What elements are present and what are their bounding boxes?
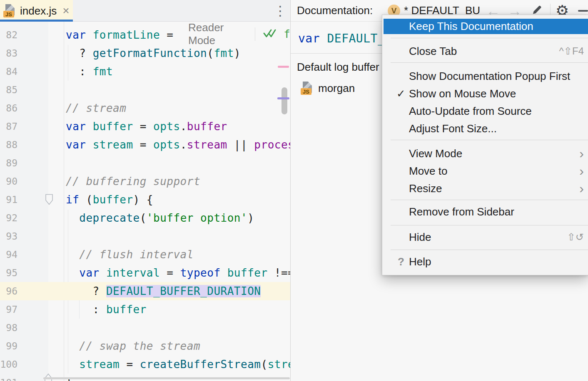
line-number: 96 <box>0 286 17 297</box>
shortcut-label: ^⇧F4 <box>559 45 584 57</box>
code-editor[interactable]: 82var formatLine =83 ? getFormatFunction… <box>0 22 290 381</box>
code-text: ? DEFAULT_BUFFER_DURATION <box>66 285 261 297</box>
menu-item-show-on-mouse-move[interactable]: ✓Show on Mouse Move <box>382 85 588 102</box>
reader-mode-widget[interactable]: Reader Mode f <box>188 27 290 42</box>
menu-item-hide[interactable]: Hide⇧↺ <box>382 228 588 246</box>
hide-panel-icon[interactable] <box>578 10 588 12</box>
line-number: 82 <box>0 30 17 40</box>
menu-item-show-documentation-popup-first[interactable]: Show Documentation Popup First <box>382 67 588 85</box>
code-line-98[interactable]: 98 <box>0 319 290 337</box>
menu-separator <box>391 38 588 38</box>
line-number: 90 <box>0 176 17 187</box>
code-text: stream = createBufferStream(stream <box>66 358 290 371</box>
code-line-99[interactable]: 99 // swap the stream <box>0 337 290 355</box>
menu-item-help[interactable]: ?Help <box>382 253 588 270</box>
code-text: // swap the stream <box>66 340 200 352</box>
doc-module-name[interactable]: morgan <box>318 82 355 95</box>
submenu-chevron-icon: › <box>579 182 584 195</box>
editor-pane: JS index.js × ⋮ 82var formatLine =83 ? g… <box>0 0 290 381</box>
documentation-title: Documentation: <box>297 4 373 17</box>
menu-item-remove-from-sidebar[interactable]: Remove from Sidebar <box>382 203 588 220</box>
line-number: 86 <box>0 103 17 114</box>
menu-item-move-to[interactable]: Move to› <box>382 162 588 180</box>
code-line-91[interactable]: 91if (buffer) { <box>0 190 290 209</box>
line-number: 91 <box>0 194 17 205</box>
tab-index-js[interactable]: JS index.js × <box>0 0 73 22</box>
editor-options-kebab-icon[interactable]: ⋮ <box>273 2 287 20</box>
line-number: 88 <box>0 139 17 150</box>
code-line-86[interactable]: 86// stream <box>0 99 290 117</box>
code-line-95[interactable]: 95 var interval = typeof buffer !== <box>0 264 290 282</box>
code-line-90[interactable]: 90// buffering support <box>0 172 290 190</box>
line-number: 99 <box>0 341 17 351</box>
js-file-icon: JS <box>301 82 313 95</box>
menu-item-close-tab[interactable]: Close Tab^⇧F4 <box>382 42 588 60</box>
code-line-88[interactable]: 88var stream = opts.stream || process <box>0 136 290 154</box>
code-text: var formatLine = <box>66 29 173 41</box>
context-menu: Keep This Documentation Close Tab^⇧F4 Sh… <box>382 15 588 275</box>
code-line-87[interactable]: 87var buffer = opts.buffer <box>0 117 290 136</box>
code-text: var interval = typeof buffer !== <box>66 267 290 279</box>
reader-mode-label[interactable]: Reader Mode <box>188 22 247 47</box>
line-number: 89 <box>0 158 17 168</box>
code-line-92[interactable]: 92 deprecate('buffer option') <box>0 209 290 227</box>
code-text: if (buffer) { <box>66 193 153 206</box>
menu-item-adjust-font-size[interactable]: Adjust Font Size... <box>382 120 588 137</box>
menu-item-keep-this-documentation[interactable]: Keep This Documentation <box>384 19 588 34</box>
code-text: : fmt <box>66 65 113 78</box>
fold-marker-collapse-icon[interactable] <box>45 194 53 207</box>
signature-keyword: var <box>298 32 327 45</box>
line-number: 87 <box>0 121 17 132</box>
menu-item-auto-update-from-source[interactable]: Auto-Update from Source <box>382 102 588 120</box>
code-text: // flush interval <box>66 248 194 261</box>
menu-separator <box>391 200 588 200</box>
inspections-text-clipped: f <box>284 28 290 40</box>
code-line-94[interactable]: 94 // flush interval <box>0 245 290 264</box>
code-line-84[interactable]: 84 : fmt <box>0 62 290 81</box>
code-text: var stream = opts.stream || process <box>66 139 290 151</box>
submenu-chevron-icon: › <box>579 164 584 178</box>
horizontal-scrollbar-thumb[interactable] <box>43 377 290 379</box>
inspections-ok-check-icon[interactable] <box>263 27 276 41</box>
line-number: 92 <box>0 213 17 223</box>
code-line-85[interactable]: 85 <box>0 81 290 99</box>
line-number: 101 <box>0 377 17 381</box>
shortcut-label: ⇧↺ <box>567 231 584 243</box>
menu-separator <box>391 225 588 225</box>
code-text: : buffer <box>66 303 147 316</box>
checkmark-icon: ✓ <box>395 87 407 100</box>
help-question-icon: ? <box>395 255 407 268</box>
menu-separator <box>391 62 588 63</box>
doc-module-row[interactable]: JS morgan <box>301 82 355 95</box>
code-line-100[interactable]: 100 stream = createBufferStream(stream <box>0 355 290 374</box>
menu-separator <box>391 140 588 140</box>
line-number: 84 <box>0 66 17 77</box>
code-line-97[interactable]: 97 : buffer <box>0 300 290 319</box>
menu-item-resize[interactable]: Resize› <box>382 180 588 197</box>
js-file-icon: JS <box>3 4 16 17</box>
vertical-scrollbar-thumb[interactable] <box>282 87 287 114</box>
ide-window: JS index.js × ⋮ 82var formatLine =83 ? g… <box>0 0 588 381</box>
code-line-96[interactable]: 96 ? DEFAULT_BUFFER_DURATION <box>0 282 290 300</box>
code-line-93[interactable]: 93 <box>0 227 290 245</box>
line-number: 83 <box>0 48 17 59</box>
code-line-89[interactable]: 89 <box>0 154 290 172</box>
line-number: 94 <box>0 249 17 260</box>
tab-title: index.js <box>20 5 57 17</box>
tab-close-icon[interactable]: × <box>62 5 69 17</box>
line-number: 100 <box>0 359 17 370</box>
line-number: 95 <box>0 267 17 278</box>
line-number: 93 <box>0 231 17 242</box>
line-number: 97 <box>0 304 17 315</box>
widget-divider <box>255 27 255 41</box>
scrollbar-marker-pink <box>278 66 289 68</box>
scrollbar-marker-purple <box>277 97 289 99</box>
menu-separator <box>391 250 588 250</box>
line-number: 98 <box>0 322 17 333</box>
code-text: deprecate('buffer option') <box>66 212 254 224</box>
code-text: // buffering support <box>66 175 200 188</box>
menu-item-view-mode[interactable]: View Mode› <box>382 145 588 162</box>
code-text: ? getFormatFunction(fmt) <box>66 47 241 59</box>
code-text: // stream <box>66 102 126 114</box>
editor-tab-strip: JS index.js × ⋮ <box>0 0 290 22</box>
